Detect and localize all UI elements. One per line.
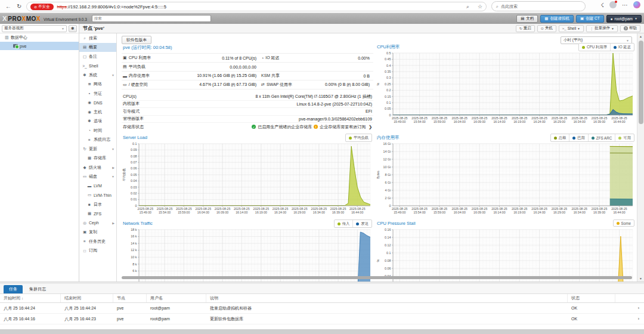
svg-text:0.15: 0.15	[385, 95, 391, 98]
stat-label-text: 内存使用率	[129, 73, 150, 79]
chart-legend: 传入发送	[334, 219, 372, 228]
lvm-thin-icon: ▭	[87, 193, 92, 197]
nav-item-ceph[interactable]: ◎Ceph▶	[79, 218, 116, 228]
tree-settings-button[interactable]: ✱	[69, 25, 77, 32]
security-badge[interactable]: ⊘不安全	[30, 4, 54, 10]
tab-cluster-log[interactable]: 集群日志	[24, 285, 51, 293]
info-row: CPU(s)8 x 11th Gen Intel(R) Core(TM) i7-…	[122, 93, 373, 101]
nav-item-firewall[interactable]: ◆防火墙▶	[79, 163, 116, 172]
nav-item-lvm-thin[interactable]: ▭LVM-Thin	[79, 191, 116, 200]
nav-item-search[interactable]: ⌕搜索	[79, 33, 116, 43]
legend-item[interactable]: 平均负载	[346, 134, 371, 141]
zoom-icon[interactable]: ⌕	[466, 4, 469, 10]
legend-item[interactable]: 总额	[551, 134, 569, 141]
table-row[interactable]: 八月 25 16:44:24八月 25 16:44:24pveroot@pam批…	[0, 303, 644, 314]
collections-icon[interactable]: ☇	[600, 2, 604, 8]
nav-item-replication[interactable]: ▣复制	[79, 228, 116, 237]
nav-item-directory[interactable]: ■目录	[79, 200, 116, 209]
svg-text:%: %	[376, 259, 380, 262]
nav-item-network[interactable]: ≣网络	[79, 80, 116, 89]
shutdown-button[interactable]: ⊙关机	[537, 25, 556, 32]
docs-button[interactable]: ▤文档	[516, 15, 538, 23]
nav-item-dns[interactable]: ◉DNS	[79, 98, 116, 108]
firewall-icon: ◆	[82, 165, 87, 170]
svg-text:平均负载: 平均负载	[122, 168, 126, 181]
tree-item-node[interactable]: pve	[0, 42, 79, 50]
stat-value: 0.00%	[358, 56, 370, 60]
svg-text:16:44:00: 16:44:00	[351, 211, 363, 214]
legend-item[interactable]: 已用	[569, 134, 588, 141]
copilot-icon[interactable]	[633, 1, 640, 8]
tree-item-datacenter[interactable]: ▥数据中心	[0, 33, 79, 42]
nav-item-summary[interactable]: ▤概要	[79, 43, 116, 52]
legend-item[interactable]: 传入	[335, 220, 353, 227]
legend-item[interactable]: ZFS ARC	[588, 134, 615, 141]
create-ct-button[interactable]: ▣创建 CT	[576, 15, 604, 23]
horizontal-scrollbar[interactable]	[122, 276, 632, 279]
scroll-down-icon[interactable]: ▼	[637, 276, 644, 282]
svg-text:16:34:00: 16:34:00	[574, 120, 586, 123]
nav-item-system[interactable]: ✱系统▼	[79, 70, 116, 80]
chart-title: CPU Pressure Stall	[377, 221, 416, 226]
stat-label: ▬内存使用率	[123, 73, 150, 79]
nav-item-lvm[interactable]: ▬LVM	[79, 181, 116, 191]
nav-item-hosts[interactable]: ◉主机	[79, 107, 116, 117]
legend-item[interactable]: 发送	[352, 220, 371, 227]
gear-icon: ✱	[71, 26, 75, 31]
tab-tasks[interactable]: 任务	[4, 285, 23, 293]
warning-circle-icon: !	[314, 125, 318, 129]
chevron-down-icon: ▼	[112, 175, 114, 178]
nav-item-disks[interactable]: ▭磁盘▼	[79, 172, 116, 182]
chart-cpu-pressure: CPU Pressure StallSome00.020.040.060.080…	[376, 219, 636, 282]
nav-item-options[interactable]: ✱选项	[79, 117, 116, 126]
chart-network-traffic: Network Traffic传入发送02 k4 k6 k8 k10 k12 k…	[122, 219, 373, 282]
check-circle-icon: ✓	[252, 125, 256, 129]
reboot-button[interactable]: ↻重启	[516, 25, 535, 32]
legend-dot	[572, 137, 575, 140]
nav-item-label: 更新	[89, 146, 97, 152]
stat-disk: ▭/ 硬盘空间4.67% (3.17 GiB 的 67.73 GiB)	[122, 81, 260, 89]
nav-item-shell[interactable]: >_Shell	[79, 61, 116, 71]
header-search-input[interactable]: 搜索	[92, 15, 211, 22]
more-menu-icon[interactable]: ⋯	[622, 2, 628, 8]
nav-item-label: 概要	[89, 44, 97, 50]
url-bar[interactable]: ⊘不安全 https://192.168.2.99:8006/#v1:0:=no…	[26, 2, 487, 11]
nav-item-subscription[interactable]: □订阅	[79, 246, 116, 256]
view-selector[interactable]: 服务器视图▼	[2, 25, 67, 32]
browser-search[interactable]: ⌕ 点此搜索	[491, 1, 586, 11]
profile-avatar[interactable]	[609, 1, 617, 8]
nav-item-syslog[interactable]: ≡系统日志	[79, 135, 116, 145]
nav-item-repositories[interactable]: ▦存储库	[79, 154, 116, 163]
legend-item[interactable]: CPU 利用率	[579, 44, 610, 51]
cell-node: pve	[113, 306, 147, 310]
refresh-icon[interactable]: ↻	[17, 3, 21, 10]
vertical-scrollbar[interactable]: ▲ ▼	[637, 33, 644, 282]
legend-item[interactable]: 可用	[615, 134, 634, 141]
svg-text:0.1: 0.1	[386, 101, 391, 104]
legend-item[interactable]: IO 延迟	[610, 44, 634, 51]
monitor-icon: ▩	[544, 16, 548, 21]
series-area-可用	[610, 147, 633, 206]
legend-label: 总额	[559, 135, 566, 141]
table-row[interactable]: 八月 25 16:44:16八月 25 16:44:23pveroot@pam更…	[0, 314, 644, 324]
nav-item-zfs[interactable]: ▦ZFS	[79, 209, 116, 219]
user-menu-button[interactable]: ●root@pam▼	[606, 15, 642, 23]
create-vm-button[interactable]: ▩创建虚拟机	[540, 15, 574, 23]
scroll-up-icon[interactable]: ▲	[637, 33, 644, 39]
nav-item-updates[interactable]: ↻更新▼	[79, 144, 116, 154]
help-button[interactable]: ?帮助	[620, 25, 640, 32]
nav-item-certificates[interactable]: ▪凭证	[79, 89, 116, 98]
swap-icon: ⇄	[261, 82, 265, 87]
shell-button[interactable]: >_Shell▼	[559, 25, 584, 32]
favorite-star-icon[interactable]: ☆	[478, 4, 482, 10]
nav-item-time[interactable]: ◔时间	[79, 126, 116, 135]
scrollbar-thumb[interactable]	[639, 41, 643, 124]
sort-desc-icon: ↓	[21, 296, 23, 300]
nav-item-notes[interactable]: ▢备注	[79, 52, 116, 61]
notes-icon: ▢	[82, 54, 87, 59]
back-icon[interactable]: ←	[5, 3, 11, 10]
nav-item-label: 磁盘	[89, 174, 97, 180]
nav-item-task-history[interactable]: ≡任务历史	[79, 237, 116, 246]
bulk-actions-button[interactable]: ⋮批量操作▼	[586, 25, 618, 32]
legend-item[interactable]: Some	[614, 220, 634, 226]
